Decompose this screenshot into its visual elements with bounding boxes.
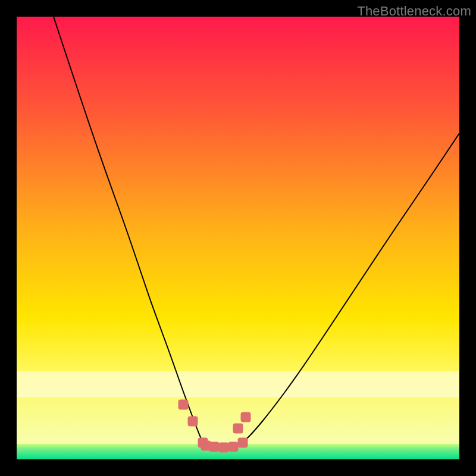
trough-marker [238,438,248,448]
plot-area [17,17,459,459]
trough-marker [233,424,243,434]
trough-marker [228,442,239,452]
pale-band [17,371,459,397]
trough-marker [188,416,198,427]
trough-marker [241,412,251,422]
chart-svg [17,17,459,459]
trough-marker [209,442,220,452]
trough-marker [178,400,189,410]
trough-marker [219,443,229,453]
outer-black-frame: TheBottleneck.com [0,0,476,476]
